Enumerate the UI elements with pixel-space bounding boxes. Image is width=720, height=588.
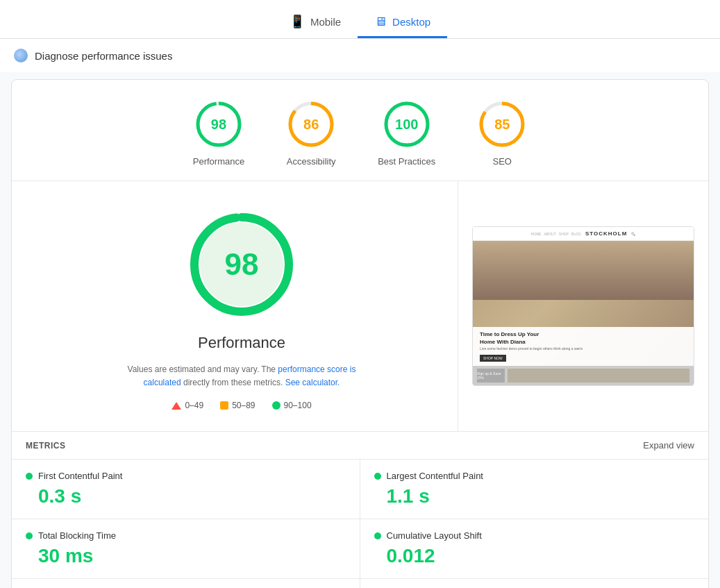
desktop-icon: 🖥: [374, 15, 387, 29]
accessibility-score: 86: [303, 117, 319, 133]
best-practices-label: Best Practices: [378, 156, 435, 167]
tab-mobile-label: Mobile: [310, 16, 341, 28]
performance-score: 98: [211, 117, 226, 133]
values-note: Values are estimated and may vary. The p…: [110, 363, 374, 389]
seo-score: 85: [494, 117, 510, 133]
main-card: 98 Performance 86 Accessibility: [11, 79, 709, 588]
lcp-label: Largest Contentful Paint: [387, 471, 483, 481]
fake-thumb-1: Sign up & Save 15%: [477, 369, 505, 383]
cls-value: 0.012: [387, 545, 695, 567]
seo-label: SEO: [493, 156, 512, 167]
calc-link[interactable]: See calculator.: [285, 378, 340, 387]
tab-desktop[interactable]: 🖥 Desktop: [358, 7, 447, 38]
lcp-status-dot: [374, 473, 381, 480]
legend-red: 0–49: [171, 401, 203, 410]
green-dot-icon: [272, 401, 281, 410]
metrics-grid: First Contentful Paint 0.3 s Largest Con…: [12, 459, 708, 588]
left-panel: 98 Performance Values are estimated and …: [12, 181, 458, 431]
metrics-section: METRICS Expand view First Contentful Pai…: [12, 431, 708, 588]
content-area: 98 Performance Values are estimated and …: [12, 181, 708, 431]
cls-label: Cumulative Layout Shift: [387, 530, 482, 541]
fake-overlay-content: Time to Dress Up Your Home With Diana Li…: [473, 327, 694, 366]
orange-square-icon: [220, 401, 228, 410]
metric-tbt-name-row: Total Blocking Time: [26, 530, 346, 541]
best-practices-score: 100: [395, 117, 418, 133]
fake-shop-btn: SHOP NOW: [480, 355, 506, 362]
metric-si: Speed Index 1.1 s: [12, 579, 360, 588]
tab-bar: 📱 Mobile 🖥 Desktop: [0, 0, 720, 39]
scores-row: 98 Performance 86 Accessibility: [12, 80, 708, 181]
fake-hero-area: Time to Dress Up Your Home With Diana Li…: [473, 241, 694, 366]
seo-circle: 85: [477, 99, 527, 149]
values-note-text1: Values are estimated and may vary. The: [128, 364, 278, 374]
fake-hero-bg: [473, 241, 694, 300]
metrics-header: METRICS Expand view: [12, 432, 708, 459]
red-triangle-icon: [171, 402, 181, 410]
legend-red-range: 0–49: [185, 401, 203, 410]
score-best-practices: 100 Best Practices: [378, 99, 435, 167]
diagnose-bar: Diagnose performance issues: [0, 39, 720, 72]
fake-overlay-title2: Home With Diana: [480, 339, 687, 345]
metric-cls-name-row: Cumulative Layout Shift: [374, 530, 695, 541]
tab-mobile[interactable]: 📱 Mobile: [273, 7, 358, 38]
tbt-status-dot: [26, 532, 33, 539]
fcp-status-dot: [26, 473, 33, 480]
metric-cls: Cumulative Layout Shift 0.012: [360, 519, 709, 579]
legend-green: 90–100: [272, 401, 312, 410]
best-practices-circle: 100: [382, 99, 432, 149]
cls-status-dot: [374, 532, 381, 539]
fake-website: HOME ABOUT SHOP BLOG STOCKHOLM 🔍 Time to…: [473, 227, 694, 385]
right-panel: HOME ABOUT SHOP BLOG STOCKHOLM 🔍 Time to…: [458, 181, 708, 431]
tbt-value: 30 ms: [38, 545, 346, 567]
metric-lcp: Largest Contentful Paint 1.1 s: [360, 460, 709, 519]
metric-tbt: Total Blocking Time 30 ms: [12, 519, 360, 579]
site-screenshot: HOME ABOUT SHOP BLOG STOCKHOLM 🔍 Time to…: [472, 226, 694, 386]
diagnose-icon: [14, 49, 28, 62]
score-performance: 98 Performance: [193, 99, 244, 167]
expand-view-button[interactable]: Expand view: [643, 440, 694, 451]
fcp-label: First Contentful Paint: [38, 471, 122, 481]
legend-orange-range: 50–89: [232, 401, 255, 410]
legend-orange: 50–89: [220, 401, 255, 410]
mobile-icon: 📱: [290, 14, 305, 29]
metric-fcp: First Contentful Paint 0.3 s: [12, 460, 360, 519]
metric-fcp-name-row: First Contentful Paint: [26, 471, 346, 481]
diagnose-label: Diagnose performance issues: [35, 50, 172, 62]
fake-nav-bar: HOME ABOUT SHOP BLOG STOCKHOLM 🔍: [473, 227, 694, 241]
fcp-value: 0.3 s: [38, 485, 346, 507]
big-performance-score: 98: [200, 223, 283, 306]
fake-overlay-title: Time to Dress Up Your: [480, 331, 687, 337]
tbt-label: Total Blocking Time: [38, 530, 116, 541]
values-note-text2: directly from these metrics.: [181, 378, 285, 387]
tab-desktop-label: Desktop: [392, 16, 430, 28]
metrics-title: METRICS: [26, 441, 66, 451]
legend-green-range: 90–100: [284, 401, 312, 410]
big-performance-circle: 98: [186, 209, 297, 320]
fake-site-name: STOCKHOLM: [585, 230, 627, 237]
score-accessibility: 86 Accessibility: [286, 99, 336, 167]
metric-lcp-name-row: Largest Contentful Paint: [374, 471, 695, 481]
lcp-value: 1.1 s: [387, 485, 695, 507]
fake-bottom-row: Sign up & Save 15%: [473, 366, 694, 385]
accessibility-circle: 86: [286, 99, 336, 149]
accessibility-label: Accessibility: [287, 156, 336, 167]
score-seo: 85 SEO: [477, 99, 527, 167]
fake-overlay-text: Live some fashion items proved to begin …: [480, 346, 687, 351]
fake-thumb-2: [508, 369, 689, 383]
performance-circle: 98: [194, 99, 244, 149]
big-performance-title: Performance: [198, 334, 285, 352]
performance-label: Performance: [193, 156, 244, 167]
legend-row: 0–49 50–89 90–100: [171, 401, 311, 410]
